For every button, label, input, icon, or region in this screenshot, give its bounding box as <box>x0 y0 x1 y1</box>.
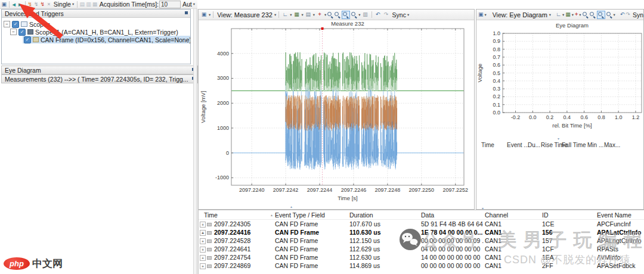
zoom-region-selected[interactable] <box>342 11 350 19</box>
cell-data[interactable]: 1E 78 04 00 00 00 0... <box>420 228 484 236</box>
cell-id[interactable]: 157 <box>541 236 596 245</box>
zoom-in-icon[interactable] <box>327 12 333 18</box>
col-header-time[interactable]: Time▴ <box>199 210 274 220</box>
table-row[interactable]: +2097.224754CAN FD Frame112.630 us14 00 … <box>199 253 644 261</box>
cell-data[interactable]: 00 00 00 00 00 00 00 <box>420 261 484 270</box>
cell-event-type[interactable]: CAN FD Frame <box>274 228 348 236</box>
trigger-force-icon[interactable]: ↯ <box>40 1 46 8</box>
col-header-event-type[interactable]: Event Type / Field <box>274 210 348 220</box>
mini-col-header[interactable]: Time <box>481 142 494 148</box>
cell-data[interactable]: 14 00 00 00 00 00 00 <box>420 253 484 261</box>
window-icon[interactable]: ▣ <box>1 1 7 8</box>
cell-event-name[interactable]: APASetFdbck <box>596 261 644 270</box>
mini-col-header[interactable]: Fall Time <box>562 142 586 148</box>
cell-time[interactable]: +2097.224641 <box>199 245 274 253</box>
table-row[interactable]: +2097.224416CAN FD Frame110.630 us1E 78 … <box>199 228 644 236</box>
redo-icon[interactable]: ↷ <box>626 11 630 18</box>
cell-duration[interactable]: 112.150 us <box>348 236 420 245</box>
collapse-icon[interactable]: − <box>4 21 10 27</box>
zoom-region-selected[interactable] <box>597 11 605 19</box>
cursor-marker-icon[interactable]: + <box>575 11 578 18</box>
cell-id[interactable]: 2FF <box>541 261 596 270</box>
cell-time[interactable]: +2097.224528 <box>199 236 274 245</box>
trigger-auto-icon[interactable]: ↯ <box>27 1 33 8</box>
cell-duration[interactable]: 110.630 us <box>348 228 420 236</box>
measurements-section-header[interactable]: Measurements (232) -->> ( Time= 2097.224… <box>1 74 198 83</box>
tree-item-scopes[interactable]: − ✓ Scopes <box>2 20 190 28</box>
cell-event-type[interactable]: CAN FD Frame <box>274 220 348 229</box>
undo-icon[interactable]: ↶ <box>620 11 625 18</box>
redo-icon[interactable]: ↷ <box>383 11 390 18</box>
cell-event-type[interactable]: CAN FD Frame <box>274 245 348 253</box>
cell-duration[interactable]: 107.670 us <box>348 220 420 229</box>
cell-channel[interactable]: CAN1 <box>484 236 541 245</box>
expand-icon[interactable]: + <box>200 238 206 244</box>
cell-id[interactable]: 1CF <box>541 245 596 253</box>
cell-event-name[interactable]: RPASts <box>596 245 644 253</box>
cell-data[interactable]: 00 00 00 00 00 00 09 ... <box>420 236 484 245</box>
tree-item-can-frame[interactable]: ✓ CAN Frame (ID=0x156, Channel=CAN1, Sca… <box>2 36 190 43</box>
eye-diagram-chart[interactable]: -0.20.00.20.40.60.81.01.20.00.10.20.30.4… <box>476 20 643 139</box>
cell-channel[interactable]: CAN1 <box>484 228 541 236</box>
vertical-splitter[interactable] <box>193 9 197 274</box>
cell-id[interactable]: 1CE <box>541 220 596 229</box>
snapshot-icon[interactable]: ▥ <box>86 1 92 8</box>
cell-duration[interactable]: 114.869 us <box>348 261 420 270</box>
eye-diagram-section-header[interactable]: Eye Diagram <box>1 66 198 74</box>
mini-col-header[interactable]: Event ... <box>507 142 529 148</box>
cell-channel[interactable]: CAN1 <box>484 253 541 261</box>
cell-duration[interactable]: 112.629 us <box>348 245 420 253</box>
expand-icon[interactable]: + <box>200 222 206 228</box>
table-row[interactable]: +2097.224305CAN FD Frame107.670 us5D 91 … <box>199 220 644 229</box>
dock-view-icon[interactable]: ▣ <box>478 11 484 18</box>
cell-time[interactable]: +2097.224869 <box>199 261 274 270</box>
can-frame-checkbox[interactable]: ✓ <box>24 36 31 43</box>
screenshot-icon[interactable]: ▥ <box>362 11 369 18</box>
col-header-duration[interactable]: Duration <box>348 210 420 220</box>
cell-event-type[interactable]: CAN FD Frame <box>274 261 348 270</box>
scope1-checkbox[interactable]: ✓ <box>18 29 26 36</box>
legend-icon[interactable]: ▤ <box>305 11 312 18</box>
cell-channel[interactable]: CAN1 <box>484 261 541 270</box>
mini-col-header[interactable]: Du... <box>528 142 540 148</box>
col-header-channel[interactable]: Channel <box>484 210 541 220</box>
nav-back-icon[interactable]: ◂ <box>11 1 17 8</box>
scopes-checkbox[interactable]: ✓ <box>12 21 19 28</box>
zoom-fit-icon[interactable] <box>351 12 357 18</box>
expand-icon[interactable]: + <box>200 263 206 269</box>
zoom-out-icon[interactable] <box>335 12 340 18</box>
dock-view-icon[interactable]: ▣ <box>200 11 208 18</box>
auto-dropdown[interactable]: Aut ▾ <box>181 1 196 8</box>
export-icon[interactable]: ▦ <box>92 1 98 8</box>
copy-icon[interactable]: ▤ <box>79 1 85 8</box>
cell-event-type[interactable]: CAN FD Frame <box>274 253 348 261</box>
cell-data[interactable]: 04 00 00 00 00 00 00 <box>420 245 484 253</box>
grid-icon[interactable]: ▦ <box>565 11 571 18</box>
expand-icon[interactable]: + <box>200 255 206 261</box>
cell-event-name[interactable]: APALngtCtrlInfo <box>596 236 644 245</box>
collapse-icon[interactable]: − <box>10 29 17 35</box>
col-header-id[interactable]: ID <box>541 210 596 220</box>
cell-channel[interactable]: CAN1 <box>484 245 541 253</box>
zoom-fit-icon[interactable] <box>606 12 612 18</box>
cell-duration[interactable]: 112.630 us <box>348 253 420 261</box>
cursor-marker-icon[interactable]: + <box>316 11 323 18</box>
table-row[interactable]: +2097.224641CAN FD Frame112.629 us04 00 … <box>199 245 644 253</box>
trigger-stop-icon[interactable]: × <box>46 1 52 8</box>
measure-chart[interactable]: 2097.22402097.22422097.22442097.22462097… <box>199 20 474 210</box>
splitter-collapse-icon[interactable]: ▴ <box>290 205 292 208</box>
pin-icon[interactable] <box>185 11 188 14</box>
expand-icon[interactable]: + <box>200 247 206 253</box>
cell-event-type[interactable]: CAN FD Frame <box>274 236 348 245</box>
cell-channel[interactable]: CAN1 <box>484 220 541 229</box>
col-header-data[interactable]: Data <box>420 210 484 220</box>
acquisition-time-input[interactable] <box>159 1 181 8</box>
trigger-mode-dropdown[interactable]: Single ▾ <box>52 1 75 8</box>
view-selector[interactable]: Measure 232 <box>234 11 273 18</box>
splitter-collapse-icon[interactable]: ▾ <box>558 137 559 141</box>
undo-icon[interactable]: ↶ <box>374 11 382 18</box>
cell-time[interactable]: +2097.224754 <box>199 253 274 261</box>
table-row[interactable]: +2097.224528CAN FD Frame112.150 us00 00 … <box>199 236 644 245</box>
zoom-out-icon[interactable] <box>590 12 596 18</box>
cell-id[interactable]: 1EA <box>541 253 596 261</box>
